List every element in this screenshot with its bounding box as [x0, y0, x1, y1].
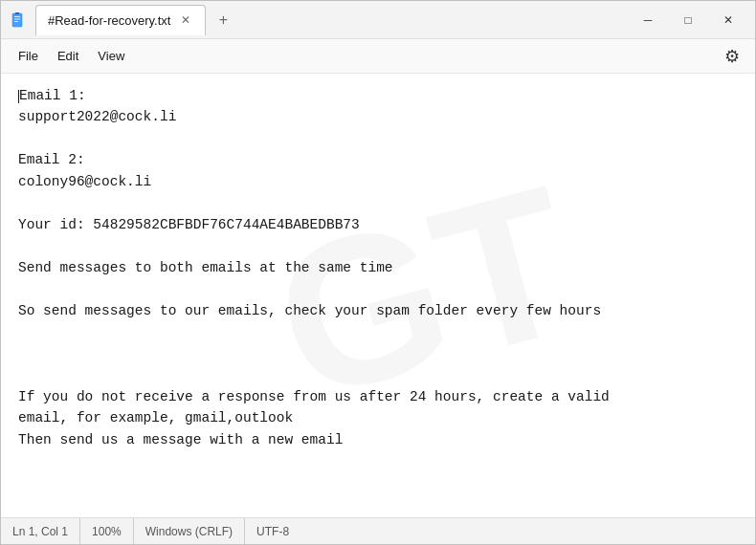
- menu-view[interactable]: View: [88, 45, 134, 67]
- line-13: [18, 343, 738, 364]
- editor-content[interactable]: Email 1: support2022@cock.li Email 2: co…: [1, 74, 755, 517]
- svg-rect-3: [14, 21, 18, 22]
- line-15: If you do not receive a response from us…: [18, 386, 738, 407]
- menu-edit[interactable]: Edit: [48, 45, 88, 67]
- menu-file[interactable]: File: [9, 45, 48, 67]
- line-11: So send messages to our emails, check yo…: [18, 300, 738, 321]
- line-4: Email 2:: [18, 149, 738, 170]
- tab-file[interactable]: #Read-for-recovery.txt ✕: [35, 5, 206, 35]
- status-line-ending: Windows (CRLF): [134, 518, 245, 544]
- editor[interactable]: GT Email 1: support2022@cock.li Email 2:…: [1, 74, 755, 517]
- line-2: support2022@cock.li: [18, 106, 738, 127]
- line-16: email, for example, gmail,outlook: [18, 407, 738, 428]
- svg-rect-4: [15, 12, 19, 14]
- statusbar: Ln 1, Col 1 100% Windows (CRLF) UTF-8: [1, 517, 755, 544]
- status-encoding: UTF-8: [245, 518, 300, 544]
- close-button[interactable]: ✕: [709, 6, 747, 34]
- svg-rect-0: [12, 13, 22, 27]
- tab-label: #Read-for-recovery.txt: [48, 13, 170, 28]
- titlebar: #Read-for-recovery.txt ✕ + ─ □ ✕: [1, 1, 755, 39]
- minimize-button[interactable]: ─: [629, 6, 667, 34]
- line-1: Email 1:: [18, 85, 738, 106]
- line-3: [18, 128, 738, 149]
- window-controls: ─ □ ✕: [629, 6, 747, 34]
- line-6: [18, 192, 738, 213]
- line-8: [18, 235, 738, 256]
- maximize-button[interactable]: □: [669, 6, 707, 34]
- line-17: Then send us a message with a new email: [18, 429, 738, 450]
- settings-icon[interactable]: ⚙: [717, 41, 747, 72]
- main-window: #Read-for-recovery.txt ✕ + ─ □ ✕ File Ed…: [0, 0, 756, 545]
- new-tab-button[interactable]: +: [210, 7, 236, 33]
- line-5: colony96@cock.li: [18, 171, 738, 192]
- line-9: Send messages to both emails at the same…: [18, 257, 738, 278]
- line-14: [18, 364, 738, 385]
- menubar: File Edit View ⚙: [1, 39, 755, 74]
- tab-close-button[interactable]: ✕: [178, 12, 193, 28]
- line-10: [18, 278, 738, 299]
- editor-text: Email 1: support2022@cock.li Email 2: co…: [18, 85, 738, 450]
- status-position: Ln 1, Col 1: [12, 518, 80, 544]
- line-12: [18, 321, 738, 342]
- status-zoom: 100%: [80, 518, 134, 544]
- app-icon: [9, 11, 28, 30]
- svg-rect-2: [14, 18, 20, 19]
- line-7: Your id: 54829582CBFBDF76C744AE4BABEDBB7…: [18, 214, 738, 235]
- svg-rect-1: [14, 16, 20, 17]
